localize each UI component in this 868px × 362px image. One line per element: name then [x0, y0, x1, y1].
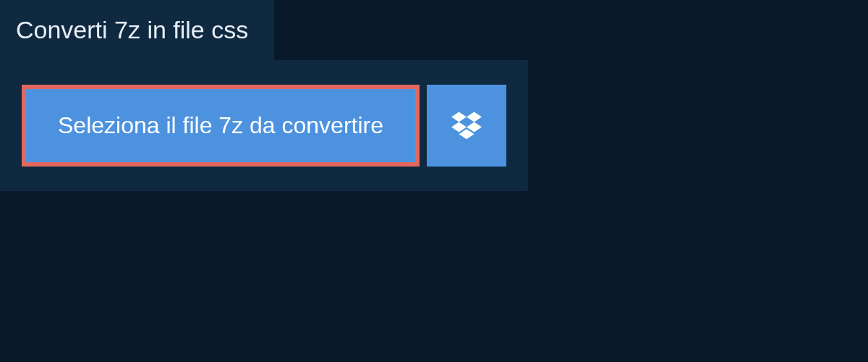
dropbox-icon — [451, 109, 482, 143]
tab-title: Converti 7z in file css — [0, 0, 274, 60]
select-file-label: Seleziona il file 7z da convertire — [58, 112, 383, 139]
select-file-button[interactable]: Seleziona il file 7z da convertire — [22, 85, 420, 167]
tab-title-text: Converti 7z in file css — [16, 16, 248, 43]
upload-panel: Seleziona il file 7z da convertire — [0, 60, 528, 191]
button-row: Seleziona il file 7z da convertire — [22, 85, 506, 167]
dropbox-button[interactable] — [427, 85, 506, 167]
